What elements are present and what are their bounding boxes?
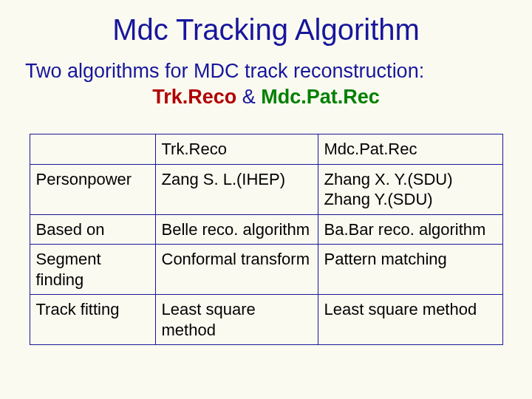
cell-rowlabel: Track fitting bbox=[30, 295, 155, 345]
cell-rowlabel: Personpower bbox=[30, 164, 155, 214]
cell-b: Zhang X. Y.(SDU) Zhang Y.(SDU) bbox=[318, 164, 502, 214]
table-row: Segment finding Conformal transform Patt… bbox=[30, 245, 502, 295]
intro-text: Two algorithms for MDC track reconstruct… bbox=[22, 60, 510, 83]
table-row: Trk.Reco Mdc.Pat.Rec bbox=[30, 134, 502, 165]
cell-rowlabel: Segment finding bbox=[30, 245, 155, 295]
slide: Mdc Tracking Algorithm Two algorithms fo… bbox=[0, 0, 532, 399]
table-row: Based on Belle reco. algorithm Ba.Bar re… bbox=[30, 214, 502, 245]
cell-a: Conformal transform bbox=[155, 245, 318, 295]
cell-b: Pattern matching bbox=[318, 245, 502, 295]
cell-a: Least square method bbox=[155, 295, 318, 345]
cell-empty bbox=[30, 134, 155, 165]
cell-a: Belle reco. algorithm bbox=[155, 214, 318, 245]
cell-a: Zang S. L.(IHEP) bbox=[155, 164, 318, 214]
table-row: Personpower Zang S. L.(IHEP) Zhang X. Y.… bbox=[30, 164, 502, 214]
algo-mdcpatrec: Mdc.Pat.Rec bbox=[261, 86, 380, 108]
cell-b: Least square method bbox=[318, 295, 502, 345]
comparison-table: Trk.Reco Mdc.Pat.Rec Personpower Zang S.… bbox=[30, 134, 503, 345]
cell-head-mdcpat: Mdc.Pat.Rec bbox=[318, 134, 502, 165]
ampersand: & bbox=[242, 86, 256, 108]
algorithm-names: Trk.Reco & Mdc.Pat.Rec bbox=[22, 86, 510, 109]
table-row: Track fitting Least square method Least … bbox=[30, 295, 502, 345]
slide-title: Mdc Tracking Algorithm bbox=[22, 13, 510, 47]
cell-head-trkreco: Trk.Reco bbox=[155, 134, 318, 165]
cell-rowlabel: Based on bbox=[30, 214, 155, 245]
cell-b: Ba.Bar reco. algorithm bbox=[318, 214, 502, 245]
algo-trkreco: Trk.Reco bbox=[152, 86, 236, 108]
